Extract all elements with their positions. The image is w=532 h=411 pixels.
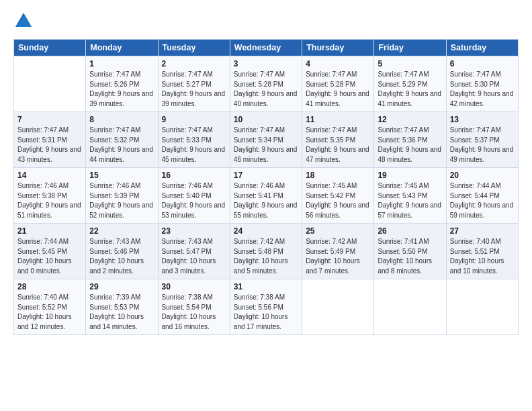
day-number: 12	[378, 115, 442, 124]
header-tuesday: Tuesday	[158, 40, 230, 56]
day-cell: 22Sunrise: 7:43 AMSunset: 5:46 PMDayligh…	[86, 224, 158, 279]
day-number: 20	[450, 171, 515, 180]
day-number: 8	[89, 115, 154, 124]
day-cell: 6Sunrise: 7:47 AMSunset: 5:30 PMDaylight…	[446, 56, 518, 112]
day-info: Sunrise: 7:47 AMSunset: 5:33 PMDaylight:…	[162, 126, 226, 165]
day-info: Sunrise: 7:47 AMSunset: 5:35 PMDaylight:…	[306, 126, 370, 165]
day-cell: 19Sunrise: 7:45 AMSunset: 5:43 PMDayligh…	[374, 168, 446, 224]
day-info: Sunrise: 7:45 AMSunset: 5:43 PMDaylight:…	[378, 181, 442, 220]
day-number: 9	[162, 115, 226, 124]
day-info: Sunrise: 7:47 AMSunset: 5:28 PMDaylight:…	[306, 70, 370, 109]
header-thursday: Thursday	[302, 40, 374, 56]
day-info: Sunrise: 7:47 AMSunset: 5:28 PMDaylight:…	[234, 70, 298, 109]
day-cell: 1Sunrise: 7:47 AMSunset: 5:26 PMDaylight…	[86, 56, 158, 112]
day-number: 19	[378, 171, 442, 180]
day-number: 2	[162, 59, 226, 68]
day-number: 31	[234, 282, 298, 291]
day-number: 29	[89, 282, 154, 291]
day-cell: 4Sunrise: 7:47 AMSunset: 5:28 PMDaylight…	[302, 56, 374, 112]
logo	[13, 11, 36, 34]
day-cell: 31Sunrise: 7:38 AMSunset: 5:56 PMDayligh…	[230, 279, 302, 335]
day-cell: 2Sunrise: 7:47 AMSunset: 5:27 PMDaylight…	[158, 56, 230, 112]
week-row-2: 14Sunrise: 7:46 AMSunset: 5:38 PMDayligh…	[14, 168, 519, 224]
day-info: Sunrise: 7:45 AMSunset: 5:42 PMDaylight:…	[306, 181, 370, 220]
header-friday: Friday	[374, 40, 446, 56]
day-number: 3	[234, 59, 298, 68]
header-saturday: Saturday	[446, 40, 518, 56]
day-number: 16	[162, 171, 226, 180]
day-cell: 9Sunrise: 7:47 AMSunset: 5:33 PMDaylight…	[158, 112, 230, 168]
day-number: 14	[17, 171, 82, 180]
day-number: 15	[89, 171, 154, 180]
week-row-1: 7Sunrise: 7:47 AMSunset: 5:31 PMDaylight…	[14, 112, 519, 168]
day-info: Sunrise: 7:38 AMSunset: 5:56 PMDaylight:…	[234, 293, 298, 332]
day-cell: 12Sunrise: 7:47 AMSunset: 5:36 PMDayligh…	[374, 112, 446, 168]
day-cell	[302, 279, 374, 335]
day-info: Sunrise: 7:38 AMSunset: 5:54 PMDaylight:…	[162, 293, 226, 332]
week-row-3: 21Sunrise: 7:44 AMSunset: 5:45 PMDayligh…	[14, 224, 519, 279]
day-cell: 25Sunrise: 7:42 AMSunset: 5:49 PMDayligh…	[302, 224, 374, 279]
day-number: 7	[17, 115, 82, 124]
day-cell: 14Sunrise: 7:46 AMSunset: 5:38 PMDayligh…	[14, 168, 86, 224]
day-info: Sunrise: 7:40 AMSunset: 5:52 PMDaylight:…	[17, 293, 82, 332]
week-row-4: 28Sunrise: 7:40 AMSunset: 5:52 PMDayligh…	[14, 279, 519, 335]
day-cell: 20Sunrise: 7:44 AMSunset: 5:44 PMDayligh…	[446, 168, 518, 224]
logo-icon	[13, 11, 34, 34]
day-cell: 29Sunrise: 7:39 AMSunset: 5:53 PMDayligh…	[86, 279, 158, 335]
day-info: Sunrise: 7:47 AMSunset: 5:37 PMDaylight:…	[450, 126, 515, 165]
day-cell	[14, 56, 86, 112]
day-info: Sunrise: 7:47 AMSunset: 5:32 PMDaylight:…	[89, 126, 154, 165]
day-cell: 7Sunrise: 7:47 AMSunset: 5:31 PMDaylight…	[14, 112, 86, 168]
day-info: Sunrise: 7:43 AMSunset: 5:47 PMDaylight:…	[162, 237, 226, 276]
day-number: 30	[162, 282, 226, 291]
day-number: 5	[378, 59, 442, 68]
day-number: 13	[450, 115, 515, 124]
day-info: Sunrise: 7:47 AMSunset: 5:31 PMDaylight:…	[17, 126, 82, 165]
day-info: Sunrise: 7:46 AMSunset: 5:41 PMDaylight:…	[234, 181, 298, 220]
week-row-0: 1Sunrise: 7:47 AMSunset: 5:26 PMDaylight…	[14, 56, 519, 112]
day-cell: 21Sunrise: 7:44 AMSunset: 5:45 PMDayligh…	[14, 224, 86, 279]
day-cell: 17Sunrise: 7:46 AMSunset: 5:41 PMDayligh…	[230, 168, 302, 224]
day-number: 1	[89, 59, 154, 68]
day-number: 17	[234, 171, 298, 180]
header-monday: Monday	[86, 40, 158, 56]
day-cell: 23Sunrise: 7:43 AMSunset: 5:47 PMDayligh…	[158, 224, 230, 279]
day-info: Sunrise: 7:47 AMSunset: 5:26 PMDaylight:…	[89, 70, 154, 109]
day-number: 10	[234, 115, 298, 124]
day-info: Sunrise: 7:39 AMSunset: 5:53 PMDaylight:…	[89, 293, 154, 332]
day-info: Sunrise: 7:46 AMSunset: 5:38 PMDaylight:…	[17, 181, 82, 220]
day-info: Sunrise: 7:47 AMSunset: 5:27 PMDaylight:…	[162, 70, 226, 109]
day-info: Sunrise: 7:44 AMSunset: 5:44 PMDaylight:…	[450, 181, 515, 220]
calendar-table: SundayMondayTuesdayWednesdayThursdayFrid…	[13, 39, 519, 335]
day-cell: 30Sunrise: 7:38 AMSunset: 5:54 PMDayligh…	[158, 279, 230, 335]
day-cell: 13Sunrise: 7:47 AMSunset: 5:37 PMDayligh…	[446, 112, 518, 168]
day-cell: 18Sunrise: 7:45 AMSunset: 5:42 PMDayligh…	[302, 168, 374, 224]
day-info: Sunrise: 7:40 AMSunset: 5:51 PMDaylight:…	[450, 237, 515, 276]
day-cell: 16Sunrise: 7:46 AMSunset: 5:40 PMDayligh…	[158, 168, 230, 224]
day-number: 21	[17, 226, 82, 236]
day-number: 6	[450, 59, 515, 68]
day-cell: 28Sunrise: 7:40 AMSunset: 5:52 PMDayligh…	[14, 279, 86, 335]
day-info: Sunrise: 7:47 AMSunset: 5:30 PMDaylight:…	[450, 70, 515, 109]
day-info: Sunrise: 7:47 AMSunset: 5:34 PMDaylight:…	[234, 126, 298, 165]
day-info: Sunrise: 7:47 AMSunset: 5:29 PMDaylight:…	[378, 70, 442, 109]
day-number: 28	[17, 282, 82, 291]
day-cell: 27Sunrise: 7:40 AMSunset: 5:51 PMDayligh…	[446, 224, 518, 279]
day-info: Sunrise: 7:43 AMSunset: 5:46 PMDaylight:…	[89, 237, 154, 276]
day-info: Sunrise: 7:46 AMSunset: 5:40 PMDaylight:…	[162, 181, 226, 220]
day-info: Sunrise: 7:44 AMSunset: 5:45 PMDaylight:…	[17, 237, 82, 276]
day-number: 4	[306, 59, 370, 68]
day-info: Sunrise: 7:41 AMSunset: 5:50 PMDaylight:…	[378, 237, 442, 276]
header-sunday: Sunday	[14, 40, 86, 56]
day-cell	[374, 279, 446, 335]
day-info: Sunrise: 7:47 AMSunset: 5:36 PMDaylight:…	[378, 126, 442, 165]
day-cell: 26Sunrise: 7:41 AMSunset: 5:50 PMDayligh…	[374, 224, 446, 279]
header-wednesday: Wednesday	[230, 40, 302, 56]
day-number: 22	[89, 226, 154, 236]
day-number: 27	[450, 226, 515, 236]
day-cell	[446, 279, 518, 335]
header	[13, 11, 519, 34]
day-info: Sunrise: 7:42 AMSunset: 5:48 PMDaylight:…	[234, 237, 298, 276]
day-cell: 10Sunrise: 7:47 AMSunset: 5:34 PMDayligh…	[230, 112, 302, 168]
day-cell: 8Sunrise: 7:47 AMSunset: 5:32 PMDaylight…	[86, 112, 158, 168]
